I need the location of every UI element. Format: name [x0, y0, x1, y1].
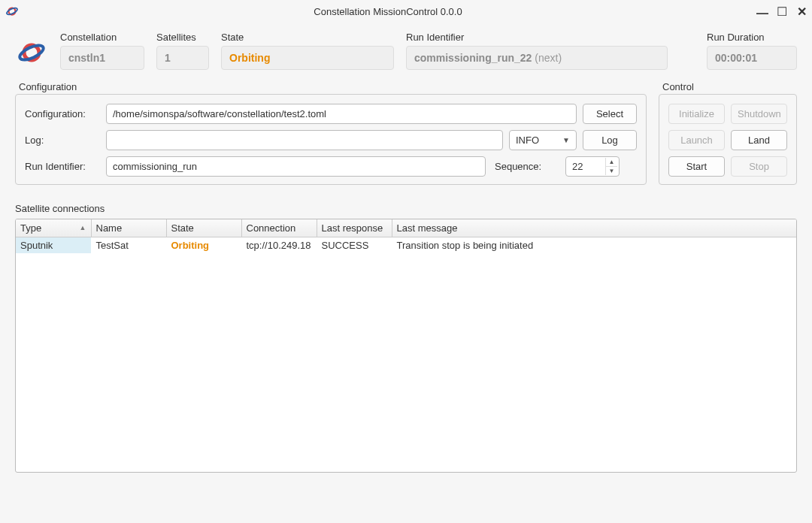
configuration-group: Configuration Configuration: Select Log:… — [15, 94, 647, 185]
start-button[interactable]: Start — [668, 156, 725, 177]
log-label: Log: — [25, 135, 100, 146]
satellites-value: 1 — [156, 46, 209, 70]
cell-state: Orbiting — [166, 237, 241, 254]
sort-asc-icon: ▲ — [80, 224, 86, 231]
config-path-input[interactable] — [106, 104, 577, 124]
col-state[interactable]: State — [166, 219, 241, 237]
satellites-section-title: Satellite connections — [15, 203, 797, 214]
svg-point-3 — [18, 42, 46, 62]
constellation-value: cnstln1 — [60, 46, 144, 70]
table-row[interactable]: Sputnik TestSat Orbiting tcp://10.249.18… — [16, 237, 796, 254]
col-last-message[interactable]: Last message — [392, 219, 796, 237]
shutdown-button[interactable]: Shutdown — [731, 104, 787, 124]
runid-input[interactable] — [106, 156, 486, 177]
launch-button[interactable]: Launch — [668, 130, 725, 150]
cell-connection: tcp://10.249.18 — [241, 237, 317, 254]
stop-button[interactable]: Stop — [731, 156, 787, 177]
duration-label: Run Duration — [707, 32, 797, 43]
control-group: Control Initialize Shutdown Launch Land … — [659, 94, 797, 185]
titlebar: Constellation MissionControl 0.0.0 — ☐ ✕ — [0, 0, 812, 23]
status-row: Constellation cnstln1 Satellites 1 State… — [15, 32, 797, 70]
app-icon — [5, 4, 20, 19]
sequence-value: 22 — [572, 161, 583, 172]
initialize-button[interactable]: Initialize — [668, 104, 725, 124]
satellites-label: Satellites — [156, 32, 209, 43]
duration-value: 00:00:01 — [707, 46, 797, 70]
minimize-icon[interactable]: — — [756, 7, 768, 20]
cell-type: Sputnik — [16, 237, 91, 254]
log-level-select[interactable]: INFO ▼ — [509, 130, 577, 150]
land-button[interactable]: Land — [731, 130, 787, 150]
col-name[interactable]: Name — [91, 219, 166, 237]
cell-last-response: SUCCESS — [317, 237, 392, 254]
spin-up-icon[interactable]: ▲ — [605, 158, 617, 167]
sequence-stepper[interactable]: 22 ▲ ▼ — [565, 156, 620, 177]
app-logo-large — [15, 36, 48, 69]
runid-field-label: Run Identifier: — [25, 161, 100, 172]
spin-down-icon[interactable]: ▼ — [605, 167, 617, 175]
select-button[interactable]: Select — [583, 104, 637, 124]
configuration-group-title: Configuration — [17, 81, 78, 92]
close-icon[interactable]: ✕ — [795, 5, 807, 19]
window-title: Constellation MissionControl 0.0.0 — [20, 6, 756, 17]
satellites-table: Type▲ Name State Connection Last respons… — [15, 219, 797, 473]
cell-name: TestSat — [91, 237, 166, 254]
runid-value: commissioning_run_22 (next) — [406, 46, 668, 70]
log-button[interactable]: Log — [583, 130, 637, 150]
runid-label: Run Identifier — [406, 32, 695, 43]
table-header-row: Type▲ Name State Connection Last respons… — [16, 219, 796, 237]
log-input[interactable] — [106, 130, 503, 150]
maximize-icon[interactable]: ☐ — [776, 5, 788, 19]
state-label: State — [221, 32, 394, 43]
log-level-value: INFO — [516, 135, 539, 146]
cell-last-message: Transition stop is being initiated — [392, 237, 796, 254]
config-path-label: Configuration: — [25, 108, 100, 119]
col-connection[interactable]: Connection — [241, 219, 317, 237]
chevron-down-icon: ▼ — [562, 136, 570, 144]
state-value: Orbiting — [221, 46, 394, 70]
col-type[interactable]: Type▲ — [16, 219, 91, 237]
svg-point-1 — [6, 7, 19, 16]
control-group-title: Control — [661, 81, 695, 92]
col-last-response[interactable]: Last response — [317, 219, 392, 237]
constellation-label: Constellation — [60, 32, 144, 43]
sequence-label: Sequence: — [495, 161, 559, 172]
